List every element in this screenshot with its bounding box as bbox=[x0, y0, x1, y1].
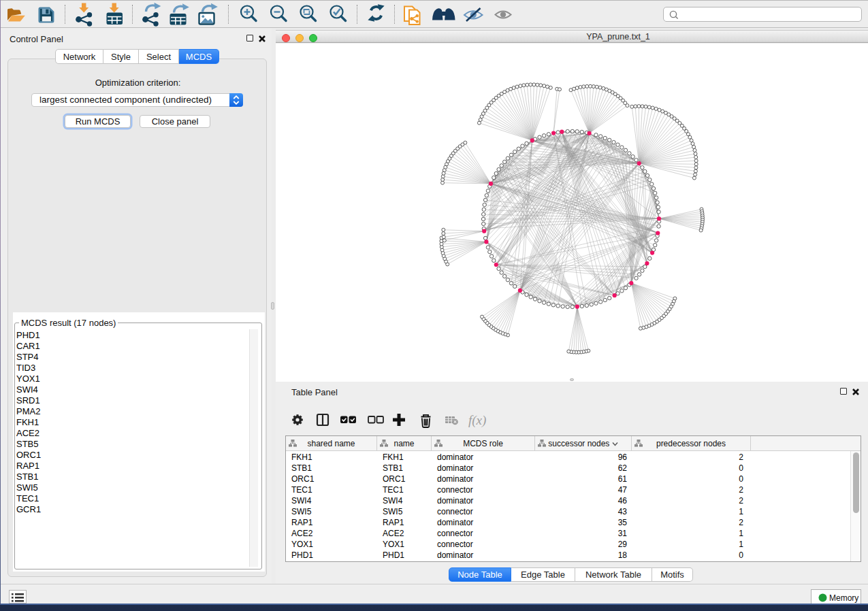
svg-text:f(x): f(x) bbox=[468, 413, 486, 428]
